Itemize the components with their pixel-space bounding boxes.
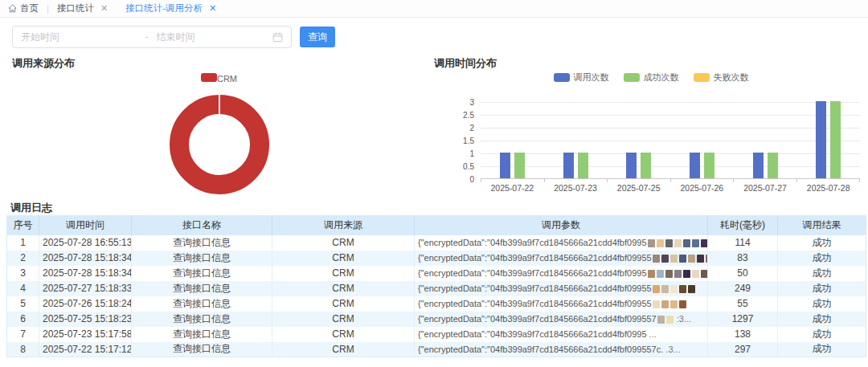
tab-interface-stats[interactable]: 接口统计 ✕: [57, 2, 108, 14]
redacted-mosaic: [679, 300, 686, 308]
bar-group[interactable]: [734, 102, 797, 178]
bar-y-axis: 00.511.522.53: [448, 102, 479, 179]
cell-result: 成功: [778, 327, 866, 342]
bar-调用次数[interactable]: [690, 153, 700, 178]
start-time-placeholder[interactable]: 开始时间: [21, 31, 137, 44]
cell-seq: 8: [7, 342, 39, 357]
donut-segment-gap: [219, 95, 220, 114]
cell-time: 2025-07-26 15:18:24: [39, 296, 132, 312]
cell-result: 成功: [778, 296, 866, 312]
cell-source: CRM: [272, 235, 415, 251]
bar-成功次数[interactable]: [768, 153, 778, 178]
bar-调用次数[interactable]: [816, 101, 826, 178]
tab-call-analysis[interactable]: 接口统计-调用分析 ✕: [125, 2, 216, 14]
y-tick-label: 2.5: [463, 111, 474, 120]
legend-item[interactable]: 调用次数: [554, 71, 609, 84]
cell-time: 2025-07-22 15:17:12: [39, 342, 132, 357]
bar-成功次数[interactable]: [578, 153, 588, 178]
legend-item[interactable]: 失败次数: [694, 71, 749, 84]
table-row: 22025-07-28 15:18:34查询接口信息CRM{"encrypted…: [7, 251, 866, 266]
bar-成功次数[interactable]: [514, 153, 525, 178]
cell-time: 2025-07-28 16:55:13: [39, 235, 132, 251]
bar-group[interactable]: [607, 102, 670, 178]
tab-divider: |: [47, 4, 49, 14]
cell-result: 成功: [778, 235, 866, 251]
legend-swatch-icon: [694, 73, 710, 82]
bar-group[interactable]: [670, 102, 734, 178]
column-header[interactable]: 接口名称: [132, 216, 272, 235]
redacted-mosaic: [648, 270, 655, 278]
table-row: 62025-07-25 15:18:23查询接口信息CRM{"encrypted…: [7, 312, 866, 327]
legend-item[interactable]: 成功次数: [624, 71, 679, 84]
column-header[interactable]: 序号: [7, 216, 39, 235]
cell-time: 2025-07-23 15:17:58: [39, 327, 132, 342]
cell-seq: 6: [7, 312, 39, 327]
table-row: 42025-07-27 15:18:33查询接口信息CRM{"encrypted…: [7, 281, 866, 296]
legend-item[interactable]: CRM: [201, 73, 237, 84]
y-tick-label: 1: [469, 149, 474, 158]
table-row: 72025-07-23 15:17:58查询接口信息CRM{"encrypted…: [7, 327, 866, 342]
bar-成功次数[interactable]: [704, 153, 714, 178]
bar-调用次数[interactable]: [626, 153, 637, 178]
bar-group[interactable]: [481, 102, 544, 178]
top-tab-bar: 首页 | 接口统计 ✕ 接口统计-调用分析 ✕: [0, 0, 868, 18]
column-header[interactable]: 调用时间: [39, 216, 132, 235]
y-tick-label: 0.5: [463, 162, 474, 171]
column-header[interactable]: 调用参数: [415, 216, 708, 235]
redacted-mosaic: [692, 239, 699, 247]
column-header[interactable]: 调用来源: [272, 216, 415, 235]
redacted-mosaic: [683, 270, 690, 278]
close-icon[interactable]: ✕: [100, 4, 108, 13]
cell-params: {"encryptedData":"04fb399a9f7cd1845666a2…: [415, 327, 708, 342]
redacted-mosaic: [670, 255, 678, 263]
table-row: 82025-07-22 15:17:12查询接口信息CRM{"encrypted…: [7, 342, 866, 357]
cell-result: 成功: [778, 281, 866, 296]
bar-成功次数[interactable]: [830, 101, 841, 178]
bar-group[interactable]: [796, 102, 860, 178]
bar-chart-title: 调用时间分布: [434, 56, 497, 71]
column-header[interactable]: 耗时(毫秒): [708, 216, 778, 235]
cell-time: 2025-07-27 15:18:33: [39, 281, 132, 296]
date-range-picker[interactable]: 开始时间 - 结束时间: [12, 26, 292, 48]
end-time-placeholder[interactable]: 结束时间: [157, 31, 273, 44]
column-header[interactable]: 调用结果: [778, 216, 866, 235]
bar-调用次数[interactable]: [563, 153, 574, 178]
bar-调用次数[interactable]: [500, 153, 510, 178]
param-text: {"encryptedData":"04fb399a9f7cd1845666a2…: [418, 345, 663, 354]
bar-成功次数[interactable]: [641, 153, 651, 178]
cell-api-name: 查询接口信息: [132, 251, 272, 266]
breadcrumb-home[interactable]: 首页: [8, 2, 39, 14]
redacted-mosaic: [697, 255, 704, 263]
bar-x-axis-labels: 2025-07-222025-07-232025-07-252025-07-26…: [481, 183, 860, 193]
legend-swatch-icon: [201, 73, 217, 82]
cell-api-name: 查询接口信息: [132, 327, 272, 342]
cell-time: 2025-07-28 15:18:34: [39, 251, 132, 266]
bar-group[interactable]: [544, 102, 608, 178]
calendar-icon[interactable]: [272, 32, 283, 43]
redacted-mosaic: [657, 270, 664, 278]
cell-result: 成功: [778, 312, 866, 327]
redacted-mosaic: [670, 300, 678, 308]
redacted-mosaic: [683, 239, 690, 247]
x-tick-label: 2025-07-26: [670, 183, 734, 193]
y-tick-label: 1.5: [463, 137, 474, 145]
legend-label: 失败次数: [714, 71, 749, 84]
cell-params: {"encryptedData":"04fb399a9f7cd1845666a2…: [415, 251, 708, 266]
home-icon: [8, 4, 17, 13]
bar-调用次数[interactable]: [753, 153, 764, 178]
donut-chart[interactable]: [170, 95, 269, 194]
query-bar: 开始时间 - 结束时间 查询: [12, 26, 335, 48]
pie-legend: CRM: [0, 73, 438, 84]
log-section-title: 调用日志: [10, 201, 52, 215]
redacted-mosaic: [674, 239, 682, 247]
cell-api-name: 查询接口信息: [132, 312, 272, 327]
cell-api-name: 查询接口信息: [132, 266, 272, 281]
call-log-table: 序号调用时间接口名称调用来源调用参数耗时(毫秒)调用结果 12025-07-28…: [6, 215, 866, 357]
close-icon[interactable]: ✕: [209, 4, 216, 13]
param-text: {"encryptedData":"04fb399a9f7cd1845666a2…: [418, 329, 647, 339]
cell-time: 2025-07-28 15:18:34: [39, 266, 132, 281]
redacted-mosaic: [665, 239, 673, 247]
param-text: {"encryptedData":"04fb399a9f7cd1845666a2…: [418, 299, 652, 308]
search-button[interactable]: 查询: [300, 27, 335, 47]
x-tick-label: 2025-07-22: [481, 183, 544, 193]
